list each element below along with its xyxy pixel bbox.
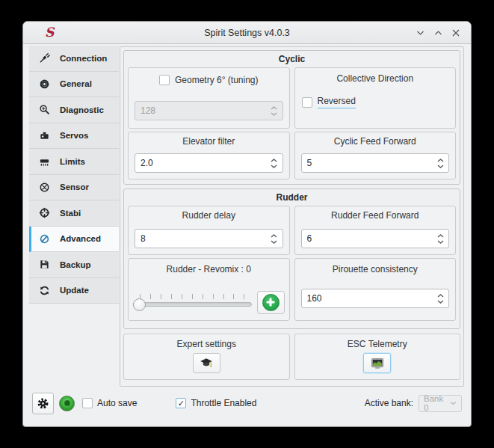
slider-track[interactable] bbox=[133, 302, 252, 307]
sidebar-item-diagnostic[interactable]: Diagnostic bbox=[29, 97, 119, 123]
slider-ticks bbox=[140, 294, 245, 299]
reversed-checkbox[interactable] bbox=[302, 97, 312, 108]
slider-handle[interactable] bbox=[133, 298, 146, 311]
sidebar-item-connection[interactable]: Connection bbox=[29, 46, 119, 72]
sidebar-item-servos[interactable]: Servos bbox=[29, 123, 119, 150]
geometry-spinbox bbox=[135, 101, 283, 120]
sidebar-item-general[interactable]: General bbox=[29, 72, 119, 98]
advanced-icon bbox=[39, 233, 50, 245]
sidebar-label: Advanced bbox=[60, 234, 101, 243]
spin-up-icon bbox=[271, 234, 277, 238]
minimize-icon[interactable] bbox=[416, 28, 424, 37]
rudder-delay-input[interactable] bbox=[135, 233, 266, 244]
sidebar-label: Limits bbox=[60, 157, 85, 166]
sidebar-label: Sensor bbox=[60, 182, 89, 191]
maximize-icon[interactable] bbox=[433, 28, 442, 37]
main-content-frame: Cyclic Geometry 6° (tuning) bbox=[120, 46, 464, 387]
rudder-feed-forward-panel: Rudder Feed Forward bbox=[294, 206, 457, 255]
esc-telemetry-panel: ESC Telemetry bbox=[294, 334, 461, 380]
spirit-settings-window: S Spirit Settings v4.0.3 Connection bbox=[22, 21, 472, 427]
throttle-label: Throttle Enabled bbox=[191, 398, 256, 408]
auto-save-checkbox[interactable] bbox=[82, 398, 93, 408]
esc-telemetry-button[interactable] bbox=[363, 353, 391, 373]
expert-settings-button[interactable] bbox=[193, 353, 220, 373]
pirouette-input[interactable] bbox=[302, 293, 433, 304]
revomix-add-button[interactable] bbox=[257, 291, 285, 314]
spin-buttons[interactable] bbox=[432, 234, 448, 244]
auto-save-label: Auto save bbox=[97, 398, 137, 408]
plus-icon bbox=[262, 294, 280, 311]
elevator-filter-spinbox[interactable] bbox=[135, 153, 283, 173]
rudder-delay-spinbox[interactable] bbox=[135, 229, 283, 248]
close-icon[interactable] bbox=[451, 28, 460, 37]
cyclic-feed-forward-label: Cyclic Feed Forward bbox=[295, 136, 456, 147]
target-icon bbox=[39, 207, 50, 218]
sidebar-label: Connection bbox=[60, 54, 107, 63]
spin-down-icon bbox=[271, 240, 277, 244]
spin-down-icon bbox=[271, 165, 277, 168]
cyclic-group-title: Cyclic bbox=[128, 52, 456, 66]
sidebar-item-backup[interactable]: Backup bbox=[29, 252, 119, 278]
magnifier-icon bbox=[39, 104, 50, 115]
revomix-label: Rudder - Revomix : 0 bbox=[129, 264, 289, 274]
spin-buttons[interactable] bbox=[432, 294, 448, 304]
graduation-cap-icon bbox=[200, 358, 213, 369]
sidebar-item-stabi[interactable]: Stabi bbox=[29, 200, 119, 227]
connection-icon bbox=[39, 52, 50, 64]
pirouette-label: Pirouette consistency bbox=[295, 264, 456, 274]
bank-value: Bank 0 bbox=[424, 394, 450, 412]
sidebar-label: Servos bbox=[60, 131, 88, 140]
sidebar-item-advanced[interactable]: Advanced bbox=[29, 227, 119, 253]
pirouette-panel: Pirouette consistency bbox=[294, 258, 457, 321]
geometry-panel: Geometry 6° (tuning) bbox=[128, 67, 290, 129]
geometry-checkbox[interactable] bbox=[159, 75, 170, 85]
spin-buttons[interactable] bbox=[432, 159, 448, 168]
sidebar-label: Update bbox=[60, 286, 89, 295]
servo-icon bbox=[39, 130, 50, 141]
bank-dropdown[interactable]: Bank 0 bbox=[419, 395, 462, 412]
rudder-feed-forward-input[interactable] bbox=[302, 233, 433, 244]
rudder-group-title: Rudder bbox=[128, 191, 456, 204]
connection-status-led[interactable] bbox=[59, 396, 75, 411]
limits-icon bbox=[39, 156, 50, 167]
cyclic-feed-forward-panel: Cyclic Feed Forward bbox=[294, 132, 457, 179]
settings-button[interactable] bbox=[32, 393, 54, 414]
sidebar-label: Backup bbox=[60, 260, 91, 269]
titlebar: S Spirit Settings v4.0.3 bbox=[23, 22, 471, 44]
throttle-checkbox[interactable]: ✓ bbox=[176, 398, 186, 408]
sidebar-label: Diagnostic bbox=[60, 105, 104, 114]
chevron-down-icon bbox=[450, 401, 457, 405]
throttle-control: ✓ Throttle Enabled bbox=[176, 398, 256, 408]
spin-buttons[interactable] bbox=[266, 234, 282, 244]
telemetry-monitor-icon bbox=[371, 358, 384, 369]
spin-down-icon bbox=[271, 112, 277, 116]
rudder-feed-forward-spinbox[interactable] bbox=[301, 229, 450, 248]
elevator-filter-label: Elevator filter bbox=[129, 136, 289, 147]
cyclic-feed-forward-input[interactable] bbox=[302, 158, 433, 168]
spin-buttons[interactable] bbox=[266, 159, 282, 168]
collective-direction-label: Collective Direction bbox=[295, 73, 456, 84]
sidebar-item-sensor[interactable]: Sensor bbox=[29, 175, 119, 201]
gear-icon bbox=[39, 79, 50, 90]
reversed-label: Reversed bbox=[318, 96, 356, 108]
elevator-filter-input[interactable] bbox=[135, 158, 266, 168]
rudder-feed-forward-label: Rudder Feed Forward bbox=[295, 210, 456, 221]
cyclic-feed-forward-spinbox[interactable] bbox=[301, 153, 450, 173]
floppy-icon bbox=[39, 259, 50, 270]
expert-settings-panel: Expert settings bbox=[123, 334, 290, 380]
gear-icon bbox=[37, 397, 49, 410]
sidebar-label: Stabi bbox=[60, 209, 81, 218]
sidebar-item-update[interactable]: Update bbox=[29, 278, 119, 304]
window-title: Spirit Settings v4.0.3 bbox=[23, 28, 471, 38]
spin-up-icon bbox=[271, 106, 277, 110]
rudder-delay-panel: Rudder delay bbox=[128, 206, 290, 255]
elevator-filter-panel: Elevator filter bbox=[128, 132, 290, 179]
revomix-slider[interactable] bbox=[133, 290, 252, 314]
pirouette-spinbox[interactable] bbox=[301, 289, 450, 308]
spin-down-icon bbox=[437, 240, 444, 244]
sensor-icon bbox=[39, 182, 50, 193]
sidebar-item-limits[interactable]: Limits bbox=[29, 149, 119, 175]
active-bank-label: Active bank: bbox=[365, 398, 413, 408]
spin-up-icon bbox=[437, 159, 444, 162]
spin-down-icon bbox=[437, 300, 444, 304]
